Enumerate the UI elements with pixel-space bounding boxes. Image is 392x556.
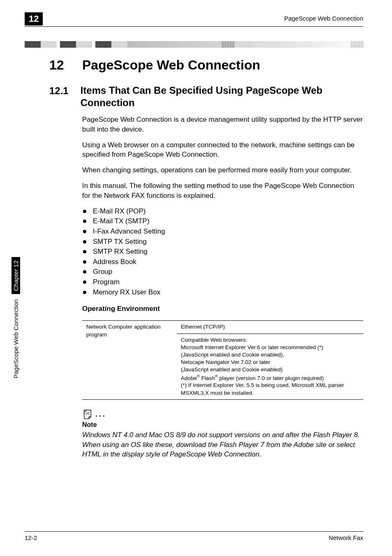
list-item: Program (82, 277, 363, 287)
heading1-title: PageScope Web Connection (82, 58, 260, 73)
environment-table: Network Computer application program Eth… (82, 320, 363, 399)
paragraph: Using a Web browser on a computer connec… (82, 140, 363, 160)
heading2-number: 12.1 (49, 84, 81, 97)
heading1-number: 12 (49, 58, 82, 73)
footer-doc: Network Fax (329, 534, 363, 541)
list-item: Group (82, 267, 363, 277)
header-rule (25, 26, 363, 27)
decorative-bar (0, 41, 392, 48)
table-cell-left: Network Computer application program (82, 321, 177, 399)
list-item: Address Book (82, 257, 363, 267)
paragraph: PageScope Web Connection is a device man… (82, 115, 363, 134)
note-heading: Note (82, 421, 363, 429)
table-cell-right-2: Compatible Web browsers:Microsoft Intern… (177, 334, 363, 399)
note-body: Windows NT 4.0 and Mac OS 8/9 do not sup… (82, 430, 363, 459)
subheading-operating-environment: Operating Environment (82, 305, 363, 313)
note-block: ... Note Windows NT 4.0 and Mac OS 8/9 d… (82, 409, 363, 459)
running-header: PageScope Web Connection (284, 15, 363, 22)
list-item: SMTP TX Setting (82, 237, 363, 247)
note-icon (82, 409, 93, 419)
list-item: E-Mail RX (POP) (82, 206, 363, 217)
note-dots: ... (95, 410, 106, 419)
paragraph: When changing settings, operations can b… (82, 165, 363, 175)
heading2-title: Items That Can Be Specified Using PageSc… (81, 84, 363, 109)
list-item: I-Fax Advanced Setting (82, 227, 363, 237)
list-item: SMTP RX Setting (82, 247, 363, 257)
paragraph: In this manual, The following the settin… (82, 181, 363, 201)
list-item: Memory RX User Box (82, 287, 363, 298)
side-label-chapter: Chapter 12 (12, 257, 20, 294)
list-item: E-Mail TX (SMTP) (82, 216, 363, 227)
table-cell-right-1: Ethernet (TCP/IP) (177, 321, 363, 334)
footer-page: 12-2 (25, 534, 37, 541)
side-label-text: PageScope Web Connection (12, 299, 19, 378)
side-label: PageScope Web Connection Chapter 12 (12, 257, 20, 378)
chapter-badge: 12 (25, 12, 43, 25)
